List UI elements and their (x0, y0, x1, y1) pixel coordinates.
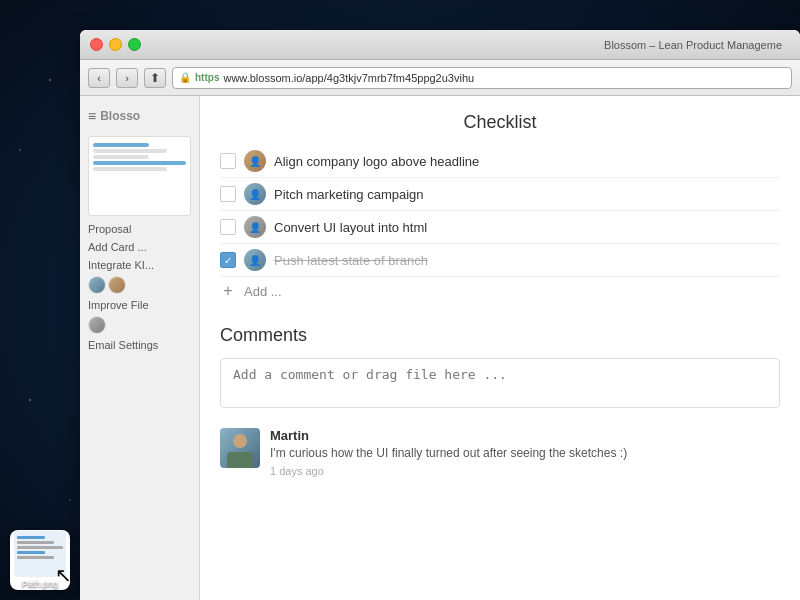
browser-window: Blossom – Lean Product Manageme ‹ › ⬆ 🔒 … (80, 30, 800, 600)
forward-button[interactable]: › (116, 68, 138, 88)
item-text-4: Push latest state of branch (274, 253, 756, 268)
item-text-1: Align company logo above headline (274, 154, 756, 169)
checklist-title: Checklist (220, 112, 780, 133)
item-avatar-3: 👤 (244, 216, 266, 238)
checklist-item: 👤 Pitch marketing campaign × (220, 178, 780, 211)
back-button[interactable]: ‹ (88, 68, 110, 88)
browser-toolbar: ‹ › ⬆ 🔒 https www.blossom.io/app/4g3tkjv… (80, 60, 800, 96)
sidebar-logo: Blosso (100, 109, 140, 123)
checklist-item: 👤 Convert UI layout into html × (220, 211, 780, 244)
avatar-head (233, 434, 247, 448)
item-checkbox-2[interactable] (220, 186, 236, 202)
avatar-3 (88, 316, 106, 334)
avatar-body (227, 452, 253, 468)
sidebar-item-email[interactable]: Email Settings (80, 336, 199, 354)
item-text-3: Convert UI layout into html (274, 220, 756, 235)
item-checkbox-4[interactable] (220, 252, 236, 268)
preview-line (17, 536, 45, 539)
item-checkbox-3[interactable] (220, 219, 236, 235)
preview-line (93, 149, 167, 153)
comment-item: Martin I'm curious how the UI finally tu… (220, 428, 780, 477)
sidebar-item-add-card[interactable]: Add Card ... (80, 238, 199, 256)
comments-title: Comments (220, 325, 780, 346)
share-button[interactable]: ⬆ (144, 68, 166, 88)
taskbar-icon-label: Path.png (22, 579, 58, 589)
add-item-row[interactable]: + Add ... (220, 277, 780, 305)
sidebar-item-integrate[interactable]: Integrate KI... (80, 256, 199, 274)
item-avatar-1: 👤 (244, 150, 266, 172)
browser-titlebar: Blossom – Lean Product Manageme (80, 30, 800, 60)
avatar-2 (108, 276, 126, 294)
avatar-face: 👤 (244, 216, 266, 238)
preview-line (17, 556, 54, 559)
preview-line (93, 143, 149, 147)
browser-content: ≡ Blosso Proposal Add Card ... Integrate… (80, 96, 800, 600)
address-bar[interactable]: 🔒 https www.blossom.io/app/4g3tkjv7mrb7f… (172, 67, 792, 89)
https-label: https (195, 72, 219, 83)
lock-icon: 🔒 (179, 72, 191, 83)
comment-time: 1 days ago (270, 465, 780, 477)
add-plus-icon: + (220, 283, 236, 299)
preview-line (93, 161, 186, 165)
item-text-2: Pitch marketing campaign (274, 187, 756, 202)
item-avatar-4: 👤 (244, 249, 266, 271)
maximize-button[interactable] (128, 38, 141, 51)
avatar-face: 👤 (244, 150, 266, 172)
comment-input[interactable] (220, 358, 780, 408)
checklist-items: 👤 Align company logo above headline × 👤 … (220, 145, 780, 305)
card-preview (88, 136, 191, 216)
avatar-face: 👤 (244, 183, 266, 205)
comment-text: I'm curious how the UI finally turned ou… (270, 445, 780, 462)
checklist-item: 👤 Push latest state of branch × (220, 244, 780, 277)
sidebar-avatars (80, 274, 199, 296)
item-checkbox-1[interactable] (220, 153, 236, 169)
sidebar-avatars-2 (80, 314, 199, 336)
preview-line (17, 541, 54, 544)
add-item-label: Add ... (244, 284, 282, 299)
preview-line (93, 155, 149, 159)
avatar-1 (88, 276, 106, 294)
minimize-button[interactable] (109, 38, 122, 51)
close-button[interactable] (90, 38, 103, 51)
preview-line (93, 167, 167, 171)
main-area: Checklist 👤 Align company logo above hea… (200, 96, 800, 600)
sidebar-header: ≡ Blosso (80, 104, 199, 128)
menu-icon: ≡ (88, 108, 96, 124)
browser-title: Blossom – Lean Product Manageme (147, 39, 790, 51)
comment-author: Martin (270, 428, 780, 443)
sidebar-item-proposal[interactable]: Proposal (80, 220, 199, 238)
sidebar-item-improve[interactable]: Improve File (80, 296, 199, 314)
address-text: www.blossom.io/app/4g3tkjv7mrb7fm45ppg2u… (223, 72, 474, 84)
avatar-face: 👤 (244, 249, 266, 271)
cursor: ↖ (55, 565, 72, 585)
comment-body: Martin I'm curious how the UI finally tu… (270, 428, 780, 477)
preview-line (17, 551, 45, 554)
preview-line (17, 546, 63, 549)
comment-avatar (220, 428, 260, 468)
item-avatar-2: 👤 (244, 183, 266, 205)
checklist-item: 👤 Align company logo above headline × (220, 145, 780, 178)
sidebar: ≡ Blosso Proposal Add Card ... Integrate… (80, 96, 200, 600)
